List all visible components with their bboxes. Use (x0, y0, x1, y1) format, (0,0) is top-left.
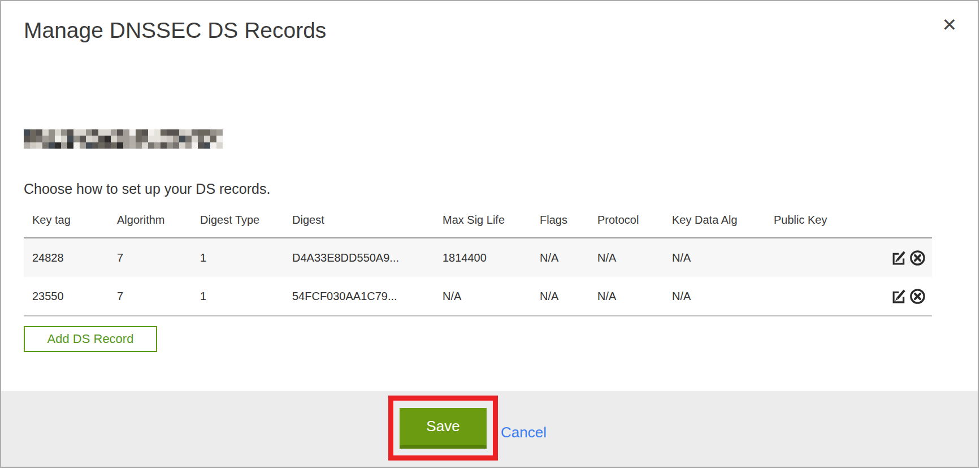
col-header-algorithm: Algorithm (109, 191, 192, 238)
cell-digest-type: 1 (192, 238, 284, 277)
col-header-key-data-alg: Key Data Alg (664, 191, 765, 238)
add-ds-record-button[interactable]: Add DS Record (24, 326, 157, 352)
cell-actions (843, 277, 932, 316)
cell-key-tag: 24828 (24, 238, 109, 277)
cell-max-sig-life: N/A (434, 277, 531, 316)
annotation-highlight-box: Save (388, 396, 498, 461)
remove-circle-x-icon (909, 260, 926, 268)
save-button[interactable]: Save (400, 408, 487, 449)
edit-record-button[interactable] (891, 288, 908, 305)
redacted-domain-name (24, 129, 223, 149)
delete-record-button[interactable] (909, 288, 926, 305)
cancel-link[interactable]: Cancel (501, 424, 547, 441)
cell-key-data-alg: N/A (664, 238, 765, 277)
manage-dnssec-ds-records-dialog: Manage DNSSEC DS Records ✕ Choose how to… (0, 0, 979, 468)
cell-key-tag: 23550 (24, 277, 109, 316)
dialog-title: Manage DNSSEC DS Records (24, 18, 326, 43)
cell-algorithm: 7 (109, 277, 192, 316)
delete-record-button[interactable] (909, 249, 926, 267)
cell-max-sig-life: 1814400 (434, 238, 531, 277)
col-header-digest: Digest (284, 191, 434, 238)
cell-flags: N/A (531, 238, 589, 277)
col-header-public-key: Public Key (765, 191, 843, 238)
cell-digest-type: 1 (192, 277, 284, 316)
cell-protocol: N/A (589, 277, 664, 316)
edit-record-button[interactable] (891, 249, 908, 267)
col-header-max-sig-life: Max Sig Life (434, 191, 531, 238)
cell-flags: N/A (531, 277, 589, 316)
table-row: 24828 7 1 D4A33E8DD550A9... 1814400 N/A … (24, 238, 932, 277)
cell-algorithm: 7 (109, 238, 192, 277)
cell-digest: D4A33E8DD550A9... (284, 238, 434, 277)
cell-protocol: N/A (589, 238, 664, 277)
col-header-actions (843, 191, 932, 238)
table-row: 23550 7 1 54FCF030AA1C79... N/A N/A N/A … (24, 277, 932, 316)
ds-records-table: Key tag Algorithm Digest Type Digest Max… (24, 191, 932, 316)
table-header-row: Key tag Algorithm Digest Type Digest Max… (24, 191, 932, 238)
cell-public-key (765, 238, 843, 277)
col-header-protocol: Protocol (589, 191, 664, 238)
close-icon[interactable]: ✕ (937, 12, 962, 37)
cell-key-data-alg: N/A (664, 277, 765, 316)
edit-pencil-square-icon (891, 298, 908, 307)
cell-actions (843, 238, 932, 277)
cell-public-key (765, 277, 843, 316)
col-header-key-tag: Key tag (24, 191, 109, 238)
remove-circle-x-icon (909, 298, 926, 307)
edit-pencil-square-icon (891, 260, 908, 268)
col-header-flags: Flags (531, 191, 589, 238)
cell-digest: 54FCF030AA1C79... (284, 277, 434, 316)
col-header-digest-type: Digest Type (192, 191, 284, 238)
